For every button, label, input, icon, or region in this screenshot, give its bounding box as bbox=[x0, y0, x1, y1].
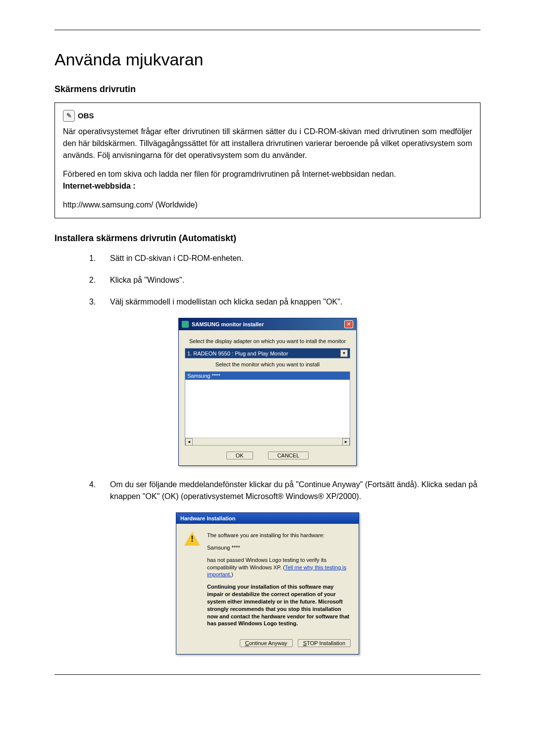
cancel-button[interactable]: CANCEL bbox=[268, 452, 309, 459]
dialog1-title: SAMSUNG monitor installer bbox=[192, 321, 264, 327]
bottom-rule bbox=[54, 674, 481, 675]
section-heading-driver: Skärmens drivrutin bbox=[54, 84, 481, 95]
step-2: 2. Klicka på "Windows". bbox=[89, 274, 481, 286]
samsung-installer-dialog: SAMSUNG monitor installer ✕ Select the d… bbox=[178, 318, 357, 466]
stop-installation-button[interactable]: STOP Installation bbox=[298, 639, 351, 647]
dialog2-title: Hardware Installation bbox=[180, 515, 235, 521]
install-steps-cont: 4. Om du ser följande meddelandefönster … bbox=[89, 479, 481, 503]
dialog1-titlebar: SAMSUNG monitor installer ✕ bbox=[179, 318, 356, 330]
warning-icon bbox=[184, 532, 200, 547]
chevron-down-icon[interactable]: ▼ bbox=[340, 350, 348, 357]
ok-button[interactable]: OK bbox=[226, 452, 253, 459]
note-icon: ✎ bbox=[63, 110, 75, 122]
screenshot-1-wrap: SAMSUNG monitor installer ✕ Select the d… bbox=[54, 318, 481, 466]
step-2-number: 2. bbox=[89, 274, 99, 286]
note-paragraph-2: Förbered en tom skiva och ladda ner file… bbox=[63, 168, 472, 192]
app-icon bbox=[182, 321, 189, 328]
close-icon[interactable]: ✕ bbox=[344, 320, 353, 328]
step-4-text: Om du ser följande meddelandefönster kli… bbox=[110, 479, 481, 503]
step-4-number: 4. bbox=[89, 479, 99, 503]
top-rule bbox=[54, 30, 481, 30]
dialog2-line2: Samsung **** bbox=[207, 544, 351, 552]
scroll-right-icon[interactable]: ► bbox=[342, 438, 350, 446]
dialog1-instruction-1: Select the display adapter on which you … bbox=[185, 338, 350, 344]
adapter-combo-value: 1. RADEON 9550 : Plug and Play Monitor bbox=[187, 351, 288, 356]
step-1-number: 1. bbox=[89, 252, 99, 264]
horizontal-scrollbar[interactable]: ◄ ► bbox=[185, 438, 350, 445]
step-3: 3. Välj skärmmodell i modellistan och kl… bbox=[89, 296, 481, 308]
hardware-installation-dialog: Hardware Installation The software you a… bbox=[176, 512, 359, 655]
adapter-combo[interactable]: 1. RADEON 9550 : Plug and Play Monitor ▼ bbox=[185, 348, 350, 358]
monitor-selected-item[interactable]: Samsung **** bbox=[185, 372, 350, 380]
dialog2-warning-bold: Continuing your installation of this sof… bbox=[207, 583, 351, 627]
page-title: Använda mjukvaran bbox=[54, 50, 481, 69]
step-1-text: Sätt in CD-skivan i CD-ROM-enheten. bbox=[110, 252, 243, 264]
note-header: ✎ OBS bbox=[63, 110, 472, 122]
step-3-number: 3. bbox=[89, 296, 99, 308]
step-1: 1. Sätt in CD-skivan i CD-ROM-enheten. bbox=[89, 252, 481, 264]
note-url: http://www.samsung.com/ (Worldwide) bbox=[63, 199, 472, 211]
note-internet-label: Internet-webbsida : bbox=[63, 182, 136, 190]
continue-rest: ontinue Anyway bbox=[249, 640, 287, 646]
install-steps: 1. Sätt in CD-skivan i CD-ROM-enheten. 2… bbox=[89, 252, 481, 308]
section-heading-install: Installera skärmens drivrutin (Automatis… bbox=[54, 233, 481, 244]
continue-anyway-button[interactable]: Continue Anyway bbox=[240, 639, 293, 647]
stop-rest: TOP Installation bbox=[307, 640, 345, 646]
dialog2-line1: The software you are installing for this… bbox=[207, 532, 351, 539]
scroll-left-icon[interactable]: ◄ bbox=[185, 438, 193, 446]
note-p2-text: Förbered en tom skiva och ladda ner file… bbox=[63, 170, 396, 178]
screenshot-2-wrap: Hardware Installation The software you a… bbox=[54, 512, 481, 655]
dialog2-message: The software you are installing for this… bbox=[207, 532, 351, 632]
dialog2-line3: has not passed Windows Logo testing to v… bbox=[207, 556, 351, 579]
dialog1-instruction-2: Select the monitor which you want to ins… bbox=[185, 361, 350, 367]
dialog2-line3b: ) bbox=[231, 571, 233, 577]
step-2-text: Klicka på "Windows". bbox=[110, 274, 184, 286]
dialog2-titlebar: Hardware Installation bbox=[176, 513, 359, 524]
note-label: OBS bbox=[78, 110, 94, 122]
monitor-listbox[interactable]: Samsung **** ◄ ► bbox=[185, 371, 350, 446]
step-4: 4. Om du ser följande meddelandefönster … bbox=[89, 479, 481, 503]
note-paragraph-1: När operativsystemet frågar efter drivru… bbox=[63, 126, 472, 161]
note-box: ✎ OBS När operativsystemet frågar efter … bbox=[54, 102, 481, 218]
step-3-text: Välj skärmmodell i modellistan och klick… bbox=[110, 296, 342, 308]
continue-underline: C bbox=[245, 640, 249, 646]
